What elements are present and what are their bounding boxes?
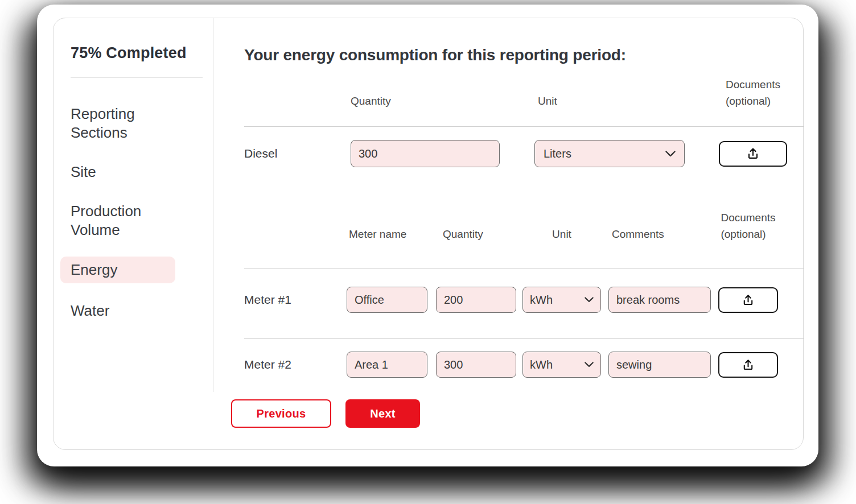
meter-row-label: Meter #2: [244, 358, 347, 371]
page-title: Your energy consumption for this reporti…: [244, 44, 804, 66]
row-divider: [244, 338, 804, 339]
app-window: 75% Completed Reporting Sections Site Pr…: [37, 5, 818, 466]
fuel-row-label: Diesel: [244, 147, 351, 160]
diesel-upload-button[interactable]: [719, 141, 787, 167]
meter-row-1: Meter #1 kWh: [244, 287, 804, 313]
upload-icon: [746, 147, 760, 160]
chevron-down-icon: [585, 362, 594, 367]
meter-header-documents: Documents (optional): [721, 209, 775, 242]
fuel-table-header: Quantity Unit Documents (optional): [244, 76, 804, 109]
meter2-comments-input[interactable]: [608, 352, 711, 378]
diesel-unit-value: Liters: [544, 147, 571, 160]
sidebar-item-energy[interactable]: Energy: [60, 257, 175, 283]
sidebar-item-production-volume[interactable]: Production Volume: [71, 202, 190, 239]
upload-icon: [742, 294, 755, 307]
meter1-name-input[interactable]: [347, 287, 427, 313]
row-divider: [244, 268, 804, 269]
sidebar-divider: [71, 77, 203, 78]
meter-table-header: Meter name Quantity Unit Comments Docume…: [244, 209, 804, 242]
meter-header-quantity: Quantity: [436, 226, 516, 242]
sidebar-nav: Reporting Sections Site Production Volum…: [71, 105, 213, 320]
meter2-unit-select[interactable]: kWh: [522, 352, 601, 378]
meter-header-comments: Comments: [608, 226, 711, 242]
fuel-row-diesel: Diesel Liters: [244, 140, 804, 167]
meter-row-2: Meter #2 kWh: [244, 352, 804, 378]
progress-label: 75% Completed: [71, 44, 213, 62]
upload-icon: [742, 358, 755, 371]
previous-button[interactable]: Previous: [231, 399, 331, 428]
diesel-quantity-input[interactable]: [351, 140, 500, 167]
meter1-unit-value: kWh: [530, 294, 553, 307]
meter1-quantity-input[interactable]: [436, 287, 516, 313]
diesel-unit-select[interactable]: Liters: [534, 140, 685, 167]
meter1-upload-button[interactable]: [718, 287, 778, 313]
meter-row-label: Meter #1: [244, 293, 347, 307]
meter-header-name: Meter name: [347, 226, 427, 242]
meter1-comments-input[interactable]: [608, 287, 711, 313]
chevron-down-icon: [585, 297, 594, 303]
meter-header-unit: Unit: [552, 226, 571, 242]
meter2-upload-button[interactable]: [718, 352, 778, 378]
chevron-down-icon: [665, 151, 676, 157]
sidebar: 75% Completed Reporting Sections Site Pr…: [54, 18, 213, 392]
fuel-header-quantity: Quantity: [351, 93, 500, 109]
form-actions: Previous Next: [231, 399, 804, 428]
meter2-name-input[interactable]: [347, 352, 427, 378]
fuel-header-unit: Unit: [534, 93, 685, 109]
form-panel: 75% Completed Reporting Sections Site Pr…: [53, 18, 804, 450]
meter2-unit-value: kWh: [530, 358, 553, 371]
sidebar-item-water[interactable]: Water: [71, 301, 190, 320]
meter2-quantity-input[interactable]: [436, 352, 516, 378]
meter1-unit-select[interactable]: kWh: [522, 287, 601, 313]
sidebar-item-reporting-sections[interactable]: Reporting Sections: [71, 105, 190, 142]
sidebar-item-site[interactable]: Site: [71, 163, 190, 181]
next-button[interactable]: Next: [345, 399, 420, 428]
fuel-header-documents: Documents (optional): [726, 76, 780, 109]
row-divider: [244, 126, 804, 127]
main-content: Your energy consumption for this reporti…: [244, 18, 804, 428]
